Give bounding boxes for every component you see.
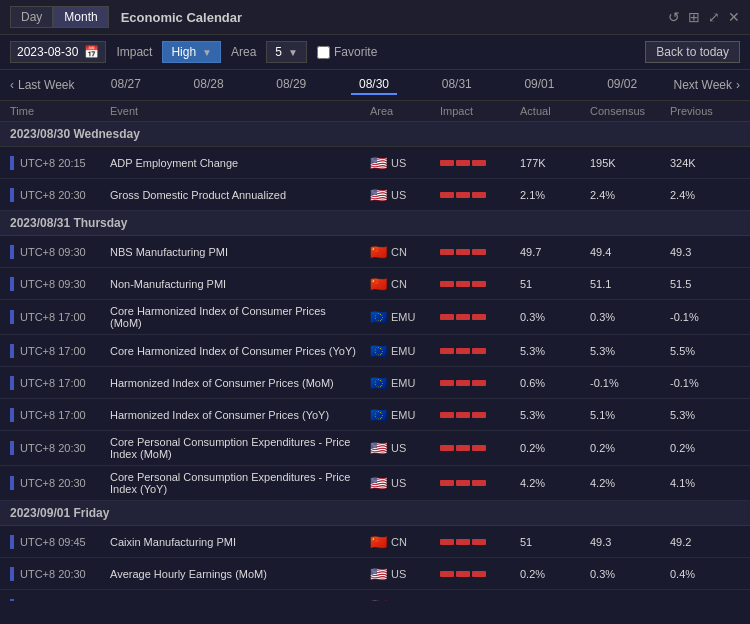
consensus-value: 49.4	[590, 246, 670, 258]
impact-dropdown[interactable]: High ▼	[162, 41, 221, 63]
date-picker[interactable]: 2023-08-30 📅	[10, 41, 106, 63]
area-name: CN	[391, 246, 407, 258]
chevron-down-icon-area: ▼	[288, 47, 298, 58]
table-row[interactable]: UTC+8 17:00Core Harmonized Index of Cons…	[0, 335, 750, 367]
impact-bar	[456, 348, 470, 354]
chevron-right-icon: ›	[736, 78, 740, 92]
actual-value: 4.2%	[520, 477, 590, 489]
impact-indicator	[440, 314, 520, 320]
country-flag: 🇺🇸	[370, 598, 387, 602]
expand-icon[interactable]: ⤢	[708, 9, 720, 25]
area-name: US	[391, 600, 406, 602]
impact-bar	[440, 249, 454, 255]
next-week-button[interactable]: Next Week ›	[674, 78, 740, 92]
previous-value: 4.1%	[670, 477, 740, 489]
nav-date-0901[interactable]: 09/01	[516, 75, 562, 95]
table-row[interactable]: UTC+8 09:30Non-Manufacturing PMI🇨🇳CN5151…	[0, 268, 750, 300]
table-row[interactable]: UTC+8 20:30Core Personal Consumption Exp…	[0, 466, 750, 501]
nav-date-0902[interactable]: 09/02	[599, 75, 645, 95]
tab-month[interactable]: Month	[53, 6, 108, 28]
back-to-today-button[interactable]: Back to today	[645, 41, 740, 63]
previous-value: 324K	[670, 157, 740, 169]
actual-value: 0.2%	[520, 568, 590, 580]
time-cell: UTC+8 17:00	[10, 310, 110, 324]
favorite-checkbox[interactable]	[317, 46, 330, 59]
time-value: UTC+8 20:30	[20, 568, 86, 580]
consensus-value: 51.1	[590, 278, 670, 290]
event-name: Average Hourly Earnings (MoM)	[110, 568, 370, 580]
event-name: Harmonized Index of Consumer Prices (MoM…	[110, 377, 370, 389]
table-row[interactable]: UTC+8 09:30NBS Manufacturing PMI🇨🇳CN49.7…	[0, 236, 750, 268]
nav-date-0829[interactable]: 08/29	[268, 75, 314, 95]
col-actual: Actual	[520, 105, 590, 117]
table-row[interactable]: UTC+8 20:30Average Hourly Earnings (YoY)…	[0, 590, 750, 601]
col-impact: Impact	[440, 105, 520, 117]
col-event: Event	[110, 105, 370, 117]
refresh-icon[interactable]: ↺	[668, 9, 680, 25]
impact-bar	[472, 314, 486, 320]
table-row[interactable]: UTC+8 20:15ADP Employment Change🇺🇸US177K…	[0, 147, 750, 179]
nav-date-0827[interactable]: 08/27	[103, 75, 149, 95]
row-indicator	[10, 245, 14, 259]
table-row[interactable]: UTC+8 17:00Harmonized Index of Consumer …	[0, 367, 750, 399]
top-bar: Day Month Economic Calendar ↺ ⊞ ⤢ ✕	[0, 0, 750, 35]
impact-bar	[440, 480, 454, 486]
actual-value: 2.1%	[520, 189, 590, 201]
time-cell: UTC+8 20:30	[10, 441, 110, 455]
impact-bar	[456, 192, 470, 198]
nav-date-0830[interactable]: 08/30	[351, 75, 397, 95]
consensus-value: -0.1%	[590, 377, 670, 389]
impact-bar	[472, 160, 486, 166]
actual-value: 5.3%	[520, 409, 590, 421]
grid-icon[interactable]: ⊞	[688, 9, 700, 25]
impact-bar	[456, 281, 470, 287]
area-name: US	[391, 477, 406, 489]
previous-value: 5.3%	[670, 409, 740, 421]
consensus-value: 5.1%	[590, 409, 670, 421]
area-cell: 🇪🇺EMU	[370, 343, 440, 359]
table-row[interactable]: UTC+8 17:00Core Harmonized Index of Cons…	[0, 300, 750, 335]
area-name: CN	[391, 536, 407, 548]
impact-cell	[440, 192, 520, 198]
nav-date-0831[interactable]: 08/31	[434, 75, 480, 95]
table-row[interactable]: UTC+8 20:30Gross Domestic Product Annual…	[0, 179, 750, 211]
previous-value: 5.5%	[670, 345, 740, 357]
table-row[interactable]: UTC+8 09:45Caixin Manufacturing PMI🇨🇳CN5…	[0, 526, 750, 558]
table-row[interactable]: UTC+8 20:30Core Personal Consumption Exp…	[0, 431, 750, 466]
time-value: UTC+8 17:00	[20, 345, 86, 357]
table-row[interactable]: UTC+8 20:30Average Hourly Earnings (MoM)…	[0, 558, 750, 590]
area-cell: 🇺🇸US	[370, 187, 440, 203]
prev-week-button[interactable]: ‹ Last Week	[10, 78, 74, 92]
favorite-checkbox-label[interactable]: Favorite	[317, 45, 377, 59]
calendar-icon[interactable]: 📅	[84, 45, 99, 59]
impact-cell	[440, 314, 520, 320]
table-row[interactable]: UTC+8 17:00Harmonized Index of Consumer …	[0, 399, 750, 431]
impact-indicator	[440, 480, 520, 486]
impact-bar	[440, 380, 454, 386]
close-icon[interactable]: ✕	[728, 9, 740, 25]
nav-date-0828[interactable]: 08/28	[186, 75, 232, 95]
chevron-left-icon: ‹	[10, 78, 14, 92]
previous-value: 2.4%	[670, 189, 740, 201]
impact-bar	[440, 412, 454, 418]
tab-day[interactable]: Day	[10, 6, 53, 28]
area-name: US	[391, 442, 406, 454]
area-cell: 🇨🇳CN	[370, 276, 440, 292]
time-cell: UTC+8 09:45	[10, 535, 110, 549]
area-name: EMU	[391, 345, 415, 357]
section-header-section-wed: 2023/08/30 Wednesday	[0, 122, 750, 147]
impact-bar	[456, 314, 470, 320]
country-flag: 🇺🇸	[370, 440, 387, 456]
prev-week-label: Last Week	[18, 78, 74, 92]
col-time: Time	[10, 105, 110, 117]
table-body: 2023/08/30 WednesdayUTC+8 20:15ADP Emplo…	[0, 122, 750, 601]
row-indicator	[10, 476, 14, 490]
impact-cell	[440, 281, 520, 287]
impact-cell	[440, 539, 520, 545]
time-value: UTC+8 17:00	[20, 377, 86, 389]
time-value: UTC+8 09:45	[20, 536, 86, 548]
impact-bar	[472, 249, 486, 255]
area-cell: 🇺🇸US	[370, 598, 440, 602]
area-dropdown[interactable]: 5 ▼	[266, 41, 307, 63]
previous-value: -0.1%	[670, 311, 740, 323]
